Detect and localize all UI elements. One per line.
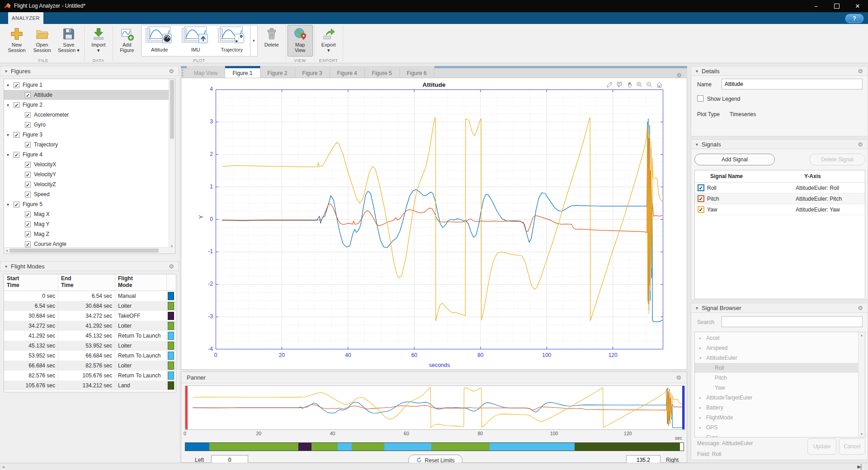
expander-icon[interactable]: ▸	[699, 435, 706, 437]
checkbox[interactable]: ✓	[25, 142, 31, 148]
tab-map-view[interactable]: Map View	[187, 66, 225, 78]
cancel-button[interactable]: Cancel	[839, 438, 865, 455]
signal-browser-panel-header[interactable]: ▾ Signal Browser ⚙	[691, 303, 868, 313]
export-button[interactable]: Export▾	[316, 25, 341, 56]
figures-tree-item[interactable]: ✓Accelerometer	[4, 110, 169, 120]
delete-button[interactable]: Delete	[259, 25, 284, 56]
help-button[interactable]: ?	[845, 14, 863, 23]
checkbox[interactable]: ✓	[25, 92, 31, 98]
panner-plot[interactable]	[185, 386, 684, 429]
collapse-icon[interactable]: ▾	[696, 306, 698, 310]
checkbox[interactable]: ✓	[25, 212, 31, 217]
edit-plot-icon[interactable]	[606, 81, 613, 89]
expander-icon[interactable]: ▸	[699, 405, 706, 410]
panner-header[interactable]: Panner ⚙	[181, 372, 687, 383]
signal-browser-item[interactable]: ▸Battery	[695, 403, 859, 413]
flight-mode-row[interactable]: 53.952 sec66.684 secReturn To Launch	[4, 351, 176, 361]
import-button[interactable]: Import▾	[86, 25, 111, 56]
signal-row[interactable]: ✓PitchAttitudeEuler: Pitch	[695, 193, 865, 204]
maximize-button[interactable]	[826, 0, 847, 12]
figures-tree-item[interactable]: ▾✓Figure 5	[4, 199, 169, 209]
save-session-button[interactable]: SaveSession ▾	[55, 25, 83, 56]
tab-figure-1[interactable]: Figure 1	[225, 66, 260, 78]
figures-tree-item[interactable]: ✓VelocityX	[4, 160, 169, 169]
expander-icon[interactable]: ▾	[7, 132, 14, 137]
signal-browser-item[interactable]: Yaw	[695, 383, 859, 393]
expander-icon[interactable]: ▾	[7, 83, 14, 88]
flight-mode-row[interactable]: 41.292 sec45.132 secReturn To Launch	[4, 331, 176, 341]
flight-mode-row[interactable]: 66.684 sec82.576 secLoiter	[4, 361, 176, 371]
figures-panel-header[interactable]: ▾ Figures ⚙	[0, 66, 179, 76]
new-session-button[interactable]: NewSession	[4, 25, 29, 56]
signal-browser-item[interactable]: ▸FlightMode	[695, 413, 859, 423]
signal-browser-item[interactable]: ▸Airspeed	[695, 343, 859, 353]
flight-mode-row[interactable]: 82.576 sec105.676 secReturn To Launch	[4, 371, 176, 381]
checkbox[interactable]: ✓	[25, 182, 31, 188]
checkbox[interactable]: ✓	[25, 241, 31, 247]
figures-tree-item[interactable]: ▾✓Figure 3	[4, 130, 169, 140]
tab-figure-3[interactable]: Figure 3	[295, 66, 330, 78]
gear-icon[interactable]: ⚙	[858, 141, 863, 148]
map-view-button[interactable]: MapView	[288, 25, 313, 56]
checkbox[interactable]: ✓	[25, 172, 31, 178]
figures-tree-item[interactable]: ✓VelocityZ	[4, 179, 169, 189]
gallery-item-attitude[interactable]: Attitude	[142, 25, 178, 56]
collapse-icon[interactable]: ▾	[5, 264, 7, 269]
flight-mode-row[interactable]: 34.272 sec41.292 secLoiter	[4, 321, 176, 331]
zoom-in-icon[interactable]	[636, 81, 643, 89]
expander-icon[interactable]: ▸	[699, 346, 706, 350]
ribbon-tab-analyzer[interactable]: ANALYZER	[8, 12, 43, 24]
gear-icon[interactable]: ⚙	[676, 374, 681, 381]
figures-tree-item[interactable]: ✓Mag Z	[4, 229, 169, 239]
signal-browser-item[interactable]: Roll	[695, 363, 859, 373]
collapse-icon[interactable]: ▾	[696, 142, 698, 147]
checkbox[interactable]: ✓	[25, 231, 31, 237]
add-figure-button[interactable]: AddFigure	[114, 25, 140, 56]
figures-tree-item[interactable]: ✓Gyro	[4, 120, 169, 130]
figures-tree-item[interactable]: ✓Attitude	[4, 90, 169, 100]
signal-browser-item[interactable]: Pitch	[695, 373, 859, 383]
scroll-left-icon[interactable]: ◂	[2, 465, 5, 469]
checkbox[interactable]: ✓	[25, 122, 31, 128]
collapse-icon[interactable]: ▾	[5, 69, 7, 74]
expander-icon[interactable]: ▾	[7, 103, 14, 108]
figures-tree-item[interactable]: ✓Mag X	[4, 209, 169, 219]
signal-row[interactable]: ✓RollAttitudeEuler: Roll	[695, 183, 865, 193]
expander-icon[interactable]: ▾	[699, 356, 706, 360]
figures-tree-item[interactable]: ✓Trajectory	[4, 140, 169, 150]
expander-icon[interactable]: ▾	[7, 202, 14, 207]
checkbox[interactable]: ✓	[14, 152, 19, 158]
flight-mode-row[interactable]: 6.54 sec30.684 secLoiter	[4, 301, 176, 311]
vertical-scrollbar[interactable]: ▴ ▾	[858, 332, 865, 437]
flight-mode-row[interactable]: 105.676 sec134.212 secLand	[4, 381, 176, 390]
checkbox[interactable]: ✓	[14, 102, 19, 108]
open-session-button[interactable]: OpenSession	[29, 25, 55, 56]
expander-icon[interactable]: ▾	[7, 152, 14, 157]
gallery-item-imu[interactable]: IMU	[178, 25, 214, 56]
gear-icon[interactable]: ⚙	[858, 68, 863, 75]
update-button[interactable]: Update	[807, 438, 836, 455]
attitude-plot[interactable]	[216, 89, 663, 349]
search-input[interactable]	[722, 316, 863, 327]
gallery-item-trajectory[interactable]: Trajectory	[214, 25, 250, 56]
flight-mode-strip[interactable]	[185, 442, 684, 451]
checkbox[interactable]: ✓	[25, 162, 31, 168]
add-signal-button[interactable]: Add Signal	[694, 154, 775, 165]
signal-row[interactable]: ✓YawAttitudeEuler: Yaw	[695, 204, 865, 215]
skip-end-icon[interactable]: ▶▏	[858, 464, 864, 469]
signals-panel-header[interactable]: ▾ Signals ⚙	[691, 139, 868, 149]
gallery-dropdown-button[interactable]: ▾	[250, 25, 257, 56]
checkbox[interactable]: ✓	[14, 82, 19, 88]
figures-tree-item[interactable]: ▾✓Figure 2	[4, 100, 169, 110]
expander-icon[interactable]: ▸	[699, 395, 706, 400]
expander-icon[interactable]: ▸	[699, 336, 706, 340]
collapse-icon[interactable]: ▾	[696, 69, 698, 74]
signal-browser-item[interactable]: ▸AttitudeTargetEuler	[695, 393, 859, 403]
figures-tree-item[interactable]: ▾✓Figure 4	[4, 150, 169, 160]
gear-icon[interactable]: ⚙	[858, 305, 863, 311]
figures-tree-item[interactable]: ▾✓Figure 1	[4, 80, 169, 90]
home-icon[interactable]	[656, 81, 663, 89]
figures-tree-item[interactable]: ✓Speed	[4, 189, 169, 199]
panner-right-handle[interactable]	[682, 386, 684, 429]
signal-browser-item[interactable]: ▸GPS	[695, 423, 859, 432]
